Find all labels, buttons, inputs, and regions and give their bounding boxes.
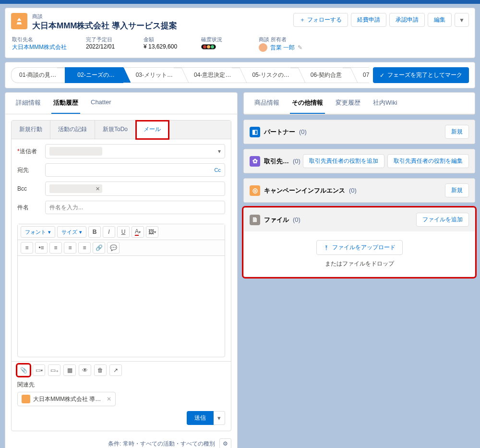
follow-button[interactable]: ＋フォローする [293,13,348,27]
from-select[interactable]: ▾ [45,144,225,158]
italic-button[interactable]: I [103,226,115,238]
activity-tab[interactable]: 新規ToDo [95,121,136,139]
right-panel: 商品情報その他情報変更履歴社内Wiki ◧ パートナー (0) 新規 ✿ 取引先… [243,92,475,448]
opportunity-icon [22,395,30,403]
related-campaign: ◎ キャンペーンインフルエンス (0) 新規 [243,178,475,203]
close-date-label: 完了予定日 [86,36,124,43]
schedule-button[interactable]: ▦ [63,364,76,376]
owner-link[interactable]: 営業 一郎 [270,44,295,52]
account-label: 取引先名 [12,36,67,43]
email-body[interactable] [18,256,225,357]
chevron-down-icon: ▾ [48,229,51,235]
remove-bcc-icon[interactable]: ✕ [96,186,100,192]
related-chip[interactable]: 大日本MMM株式会社 導… ✕ [17,392,116,406]
cc-toggle[interactable]: Cc [215,167,221,173]
align-left-button[interactable]: ≡ [49,242,62,254]
contact-role-edit-button[interactable]: 取引先責任者の役割を編集 [387,154,469,168]
bcc-label: Bcc [17,185,40,192]
left-tab[interactable]: 詳細情報 [14,93,43,114]
to-label: 宛先 [17,166,40,174]
check-icon: ✓ [380,72,384,79]
right-tab[interactable]: 変更履歴 [334,93,362,114]
align-center-button[interactable]: ≡ [64,242,76,254]
left-tab[interactable]: 活動履歴 [51,93,80,114]
font-select[interactable]: フォント▾ [21,226,55,238]
related-contact-role: ✿ 取引先… (0) 取引先責任者の役割を追加 取引先責任者の役割を編集 [243,149,475,173]
activity-tab[interactable]: 新規行動 [12,121,50,139]
related-label: 関連先 [17,381,225,389]
close-date-value: 2022/12/01 [86,43,124,50]
attach-button[interactable]: 📎 [17,364,30,376]
account-link[interactable]: 大日本MMM株式会社 [12,43,67,51]
path-step[interactable]: 01-商談の見… [11,67,65,83]
path-step[interactable]: 02-ニーズの… [65,67,123,83]
align-right-button[interactable]: ≡ [78,242,91,254]
filter-text: 条件: 常時・すべての活動・すべての種別 [108,440,215,447]
right-tab[interactable]: 社内Wiki [371,93,399,114]
send-button[interactable]: 送信 [187,411,214,425]
opportunity-icon [11,13,27,29]
upload-file-button[interactable]: ⭱ ファイルをアップロード [316,240,403,255]
from-pill [49,147,102,156]
bcc-input[interactable]: ✕ [45,182,225,196]
status-indicator-icon [201,44,216,49]
from-label: 送信者 [20,148,37,155]
bcc-pill[interactable]: ✕ [49,184,102,193]
drop-file-text: またはファイルをドロップ [252,260,466,268]
add-file-button[interactable]: ファイルを追加 [416,213,469,227]
activity-tab[interactable]: メール [136,121,169,139]
left-panel: 詳細情報活動履歴Chatter 新規行動活動の記録新規ToDoメール *送信者 … [5,92,238,448]
popout-button[interactable]: ↗ [109,364,122,376]
subject-input[interactable] [45,201,225,214]
bold-button[interactable]: B [88,226,101,238]
amount-value: ¥ 13,629,600 [144,43,182,50]
path-step[interactable]: 06-契約合意 [298,67,350,83]
delete-draft-button[interactable]: 🗑 [94,364,107,376]
rich-text-editor: フォント▾ サイズ▾ B I U A▾ 🖼▾ ≡ •≡ ≡ ≡ ≡ 🔗 💬 [17,224,225,357]
email-form: *送信者 ▾ 宛先 Cc Bcc ✕ [12,139,231,224]
chevron-down-icon: ▾ [79,229,82,235]
right-tab[interactable]: その他情報 [290,93,325,114]
template-button[interactable]: ▭▾ [33,364,45,376]
to-input[interactable]: Cc [45,163,225,177]
campaign-new-button[interactable]: 新規 [445,183,469,197]
remove-related-icon[interactable]: ✕ [107,396,111,402]
send-dropdown[interactable]: ▾ [214,411,225,425]
merge-field-button[interactable]: ▭₊ [48,364,60,376]
amount-label: 金額 [144,36,182,43]
underline-button[interactable]: U [117,226,130,238]
edit-button[interactable]: 編集 [428,13,452,27]
mark-stage-complete-button[interactable]: ✓ フェーズを完了としてマーク [373,67,469,83]
preview-button[interactable]: 👁 [79,364,91,376]
link-button[interactable]: 🔗 [93,242,105,254]
filter-settings-button[interactable]: ⚙ [219,438,231,448]
contact-role-add-button[interactable]: 取引先責任者の役割を追加 [303,154,384,168]
right-tab[interactable]: 商品情報 [252,93,281,114]
subject-label: 件名 [17,204,40,212]
partner-icon: ◧ [250,127,260,137]
owner-avatar-icon [259,43,267,52]
probability-value [201,43,240,50]
more-actions-button[interactable]: ▼ [455,13,469,27]
size-select[interactable]: サイズ▾ [57,226,86,238]
owner-label: 商談 所有者 [259,36,302,43]
path-step[interactable]: 03-メリット… [123,67,181,83]
related-partner: ◧ パートナー (0) 新規 [243,120,475,144]
path-step[interactable]: 04-意思決定… [181,67,240,83]
activity-composer: 新規行動活動の記録新規ToDoメール *送信者 ▾ 宛先 Cc [11,120,231,431]
text-color-button[interactable]: A▾ [132,226,144,238]
image-button[interactable]: 🖼▾ [146,226,158,238]
change-owner-icon[interactable]: ✎ [298,44,302,51]
approval-button[interactable]: 承認申請 [389,13,425,27]
path-step[interactable]: 05-リスクの… [240,67,298,83]
clear-format-button[interactable]: 💬 [107,242,120,254]
record-header: 商談 大日本MMM株式会社 導入サービス提案 ＋フォローする 経費申請 承認申請… [5,8,475,58]
chevron-down-icon: ▾ [218,148,221,155]
expense-button[interactable]: 経費申請 [351,13,386,27]
activity-tab[interactable]: 活動の記録 [50,121,95,139]
left-tab[interactable]: Chatter [89,93,113,114]
record-type: 商談 [32,13,177,20]
bullet-list-button[interactable]: •≡ [35,242,48,254]
numbered-list-button[interactable]: ≡ [21,242,33,254]
partner-new-button[interactable]: 新規 [445,125,469,139]
